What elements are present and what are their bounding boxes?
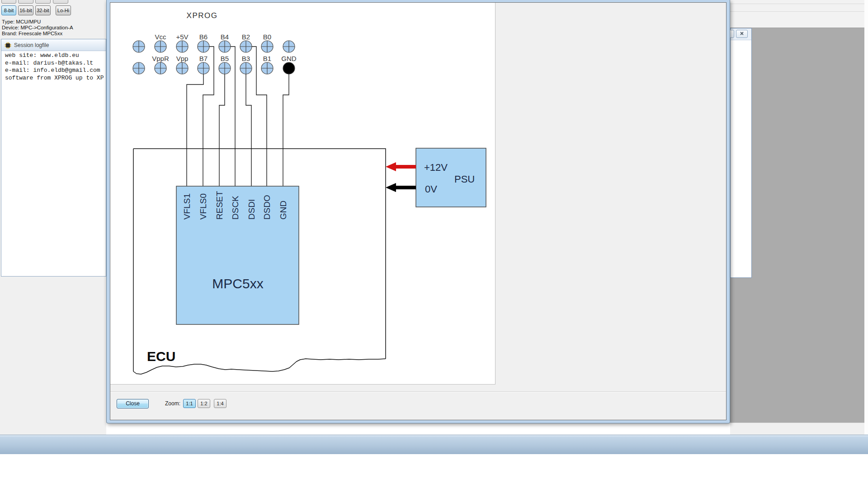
- wire-b3-dsdi: [246, 74, 251, 186]
- pin-label-b2: B2: [242, 33, 250, 41]
- pin-label-vcc: Vcc: [155, 33, 166, 41]
- pin-label-5v: +5V: [176, 33, 188, 41]
- session-logfile-window: Session logfile web site: www.eldb.eu e-…: [1, 39, 106, 277]
- device-type-label: Type: MCU/MPU: [2, 19, 106, 24]
- gnd-pin: [283, 62, 295, 74]
- connection-diagram-dialog: XPROG Vcc +5V B6 B4 B2 B0 VppR Vpp B: [106, 0, 730, 423]
- chip-pin-dsdi: DSDI: [247, 199, 256, 220]
- zoom-1-1-button[interactable]: 1:1: [183, 399, 196, 408]
- wire-b5-reset: [219, 74, 225, 186]
- zoom-label: Zoom:: [165, 400, 180, 407]
- pin-label-vppr: VppR: [152, 55, 169, 62]
- log-line: e-mail: darius-b@takas.lt: [2, 60, 106, 67]
- device-brand-label: Brand: Freescale MPC5xx: [2, 31, 106, 36]
- psu-0v-label: 0V: [425, 183, 437, 195]
- chip-pin-reset: RESET: [215, 191, 224, 220]
- pin-label-b0: B0: [263, 33, 271, 41]
- toolbar-partial-button[interactable]: [53, 0, 68, 4]
- close-button[interactable]: Close: [117, 399, 149, 408]
- psu-label: PSU: [454, 174, 475, 185]
- session-logfile-titlebar[interactable]: Session logfile: [1, 39, 106, 51]
- log-line: web site: www.eldb.eu: [2, 52, 106, 60]
- red-arrow: [386, 162, 396, 171]
- psu-plus12v-label: +12V: [424, 162, 448, 173]
- xprog-title: XPROG: [187, 11, 218, 20]
- zoom-1-4-button[interactable]: 1:4: [214, 399, 226, 408]
- bottom-pin-labels: VppR Vpp B7 B5 B3 B1 GND: [152, 55, 297, 62]
- main-toolbar-strip: [730, 0, 864, 28]
- pin-label-b6: B6: [199, 33, 208, 41]
- pin-label-b1: B1: [263, 55, 271, 62]
- dialog-client-area: XPROG Vcc +5V B6 B4 B2 B0 VppR Vpp B: [110, 2, 726, 420]
- button-16bit[interactable]: 16-bit: [18, 5, 33, 15]
- chip-pin-dsck: DSCK: [231, 196, 240, 220]
- session-logfile-title: Session logfile: [14, 39, 49, 51]
- close-icon[interactable]: [736, 30, 748, 38]
- pin-label-b5: B5: [221, 55, 229, 62]
- child-window-toolbar: [731, 28, 751, 40]
- black-arrow: [386, 183, 396, 192]
- chip-icon: [5, 42, 11, 49]
- screen: 8-bit 16-bit 32-bit Lo-Hi Type: MCU/MPU …: [0, 0, 868, 488]
- ecu-label: ECU: [147, 349, 175, 364]
- chip-pin-vfls1: VFLS1: [182, 193, 192, 220]
- button-32bit[interactable]: 32-bit: [35, 5, 51, 15]
- background-child-window: [730, 28, 752, 278]
- pin-label-b3: B3: [242, 55, 250, 62]
- pin-label-vpp: Vpp: [176, 55, 189, 62]
- top-pin-labels: Vcc +5V B6 B4 B2 B0: [155, 33, 271, 41]
- wire-b4-dsck: [231, 47, 235, 186]
- wiring-diagram: XPROG Vcc +5V B6 B4 B2 B0 VppR Vpp B: [110, 3, 495, 385]
- dialog-separator: [110, 391, 726, 392]
- wire-b7-vfls1: [187, 74, 203, 186]
- psu-arrows: [386, 162, 416, 192]
- chip-pin-gnd: GND: [278, 201, 288, 220]
- taskbar: e Я M Y: [0, 435, 868, 454]
- pin-label-b7: B7: [199, 55, 208, 62]
- psu-box: [416, 148, 486, 207]
- device-name-label: Device: MPC->Configuration-A: [2, 25, 106, 30]
- chip-name: MPC5xx: [212, 276, 263, 291]
- button-lohi[interactable]: Lo-Hi: [56, 5, 71, 15]
- zoom-1-2-button[interactable]: 1:2: [198, 399, 210, 408]
- main-statusbar: [730, 422, 864, 435]
- pin-label-b4: B4: [221, 33, 229, 41]
- chip-pin-dsdo: DSDO: [262, 195, 272, 220]
- toolbar-partial-button[interactable]: [1, 0, 16, 4]
- toolbar-partial-button[interactable]: [18, 0, 33, 4]
- screen-right-edge: [864, 0, 868, 435]
- main-window-left: 8-bit 16-bit 32-bit Lo-Hi Type: MCU/MPU …: [0, 0, 106, 435]
- pin-label-gnd: GND: [281, 55, 297, 62]
- session-log-body[interactable]: web site: www.eldb.eu e-mail: darius-b@t…: [2, 52, 106, 275]
- chip-pin-vfls0: VFLS0: [198, 193, 208, 220]
- diagram-canvas: XPROG Vcc +5V B6 B4 B2 B0 VppR Vpp B: [110, 3, 495, 385]
- toolbar-partial-button[interactable]: [35, 0, 51, 4]
- wire-gnd-gnd: [283, 74, 289, 186]
- log-line: software from XPROG up to XP: [2, 75, 106, 82]
- log-line: e-mail: info.eldb@gmail.com: [2, 67, 106, 75]
- button-8bit[interactable]: 8-bit: [1, 5, 16, 15]
